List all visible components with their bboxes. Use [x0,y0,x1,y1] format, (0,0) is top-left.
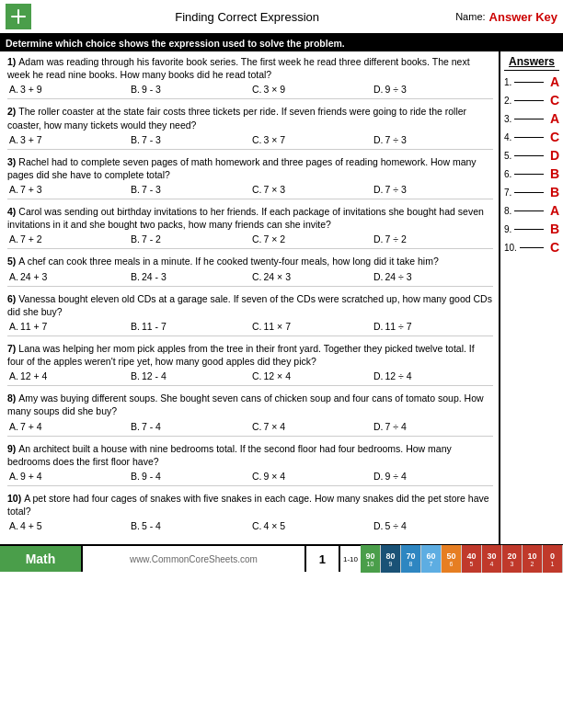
option-letter: B. [131,271,140,282]
option-item[interactable]: C.3 × 9 [250,84,372,95]
option-item[interactable]: A.12 + 4 [7,370,129,381]
option-expr: 11 ÷ 7 [385,321,412,332]
option-item[interactable]: A.9 + 4 [7,471,129,482]
option-item[interactable]: C.24 × 3 [250,271,372,282]
option-item[interactable]: A.7 + 2 [7,233,129,245]
question-block: 9)An architect built a house with nine b… [7,442,493,486]
option-item[interactable]: C.7 × 4 [250,421,372,432]
answer-row: 5.D [504,148,559,163]
option-item[interactable]: D.7 ÷ 2 [372,233,493,245]
option-item[interactable]: B.9 - 4 [129,471,250,482]
answer-num: 6. [504,169,511,179]
option-expr: 5 ÷ 4 [385,520,407,531]
option-letter: B. [131,84,140,95]
question-text: 8)Amy was buying different soups. She bo… [7,392,493,417]
option-expr: 12 × 4 [264,370,292,381]
score-percent: 10 [527,552,536,561]
score-box: 203 [502,545,523,573]
question-text: 10)A pet store had four cages of snakes … [7,492,493,518]
option-item[interactable]: B.9 - 3 [129,84,250,95]
score-percent: 60 [426,552,435,561]
option-item[interactable]: C.3 × 7 [250,134,372,145]
answer-num: 2. [504,96,511,106]
option-letter: B. [131,520,140,531]
options-row: A.24 + 3B.24 - 3C.24 × 3D.24 ÷ 3 [7,271,493,282]
option-item[interactable]: A.7 + 4 [7,421,129,432]
option-item[interactable]: C.7 × 3 [250,184,372,195]
option-item[interactable]: B.12 - 4 [129,370,250,381]
question-block: 3)Rachel had to complete seven pages of … [7,155,493,199]
option-item[interactable]: C.12 × 4 [250,370,372,381]
option-letter: A. [9,134,18,145]
options-row: A.4 + 5B.5 - 4C.4 × 5D.5 ÷ 4 [7,520,493,531]
answer-line [514,155,544,156]
option-letter: D. [373,134,384,145]
score-percent: 30 [487,552,496,561]
option-letter: A. [9,233,18,245]
option-letter: C. [252,421,262,432]
option-expr: 9 - 3 [142,84,161,95]
question-num: 10) [7,493,21,504]
option-item[interactable]: B.7 - 3 [129,184,250,195]
question-block: 8)Amy was buying different soups. She bo… [7,392,493,436]
option-item[interactable]: A.4 + 5 [7,520,129,531]
option-expr: 7 × 3 [264,184,286,195]
option-letter: C. [252,233,262,245]
score-box: 405 [462,545,482,573]
option-item[interactable]: C.11 × 7 [250,321,372,332]
option-item[interactable]: A.3 + 7 [7,134,129,145]
question-num: 1) [7,56,16,67]
score-percent: 80 [385,552,395,561]
answer-letter: C [550,93,559,108]
answer-line [514,192,544,193]
option-item[interactable]: B.5 - 4 [129,520,250,531]
option-item[interactable]: D.7 ÷ 3 [372,184,493,195]
option-item[interactable]: B.7 - 2 [129,233,250,245]
option-expr: 24 - 3 [142,271,167,282]
question-num: 6) [7,293,16,304]
option-item[interactable]: D.12 ÷ 4 [372,370,493,381]
options-row: A.3 + 7B.7 - 3C.3 × 7D.7 ÷ 3 [7,134,493,145]
option-item[interactable]: B.24 - 3 [129,271,250,282]
option-item[interactable]: C.4 × 5 [250,520,372,531]
option-letter: A. [9,184,18,195]
option-item[interactable]: A.11 + 7 [7,321,129,332]
answers-title: Answers [504,55,559,71]
option-item[interactable]: D.7 ÷ 3 [372,134,493,145]
option-item[interactable]: D.7 ÷ 4 [372,421,493,432]
option-item[interactable]: B.11 - 7 [129,321,250,332]
option-item[interactable]: B.7 - 4 [129,421,250,432]
option-item[interactable]: A.7 + 3 [7,184,129,195]
answer-letter: C [550,240,559,255]
answer-num: 10. [504,243,517,253]
score-box: 01 [543,545,563,573]
question-block: 6)Vanessa bought eleven old CDs at a gar… [7,292,493,336]
option-item[interactable]: A.24 + 3 [7,271,129,282]
option-expr: 3 + 9 [20,84,42,95]
option-item[interactable]: D.5 ÷ 4 [372,520,493,531]
option-letter: A. [9,471,18,482]
options-row: A.7 + 4B.7 - 4C.7 × 4D.7 ÷ 4 [7,421,493,432]
option-item[interactable]: D.24 ÷ 3 [372,271,493,282]
option-item[interactable]: B.7 - 3 [129,134,250,145]
option-item[interactable]: D.9 ÷ 4 [372,471,493,482]
option-expr: 4 + 5 [20,520,42,531]
option-item[interactable]: C.9 × 4 [250,471,372,482]
option-item[interactable]: D.11 ÷ 7 [372,321,493,332]
answer-letter: D [550,148,559,163]
header: Finding Correct Expression Name: Answer … [0,0,563,35]
answer-line [514,229,544,230]
option-item[interactable]: A.3 + 9 [7,84,129,95]
options-row: A.7 + 2B.7 - 2C.7 × 2D.7 ÷ 2 [7,233,493,245]
option-expr: 9 × 4 [264,471,286,482]
option-item[interactable]: D.9 ÷ 3 [372,84,493,95]
title-text: Finding Correct Expression [175,10,319,24]
answer-num: 9. [504,224,511,234]
option-item[interactable]: C.7 × 2 [250,233,372,245]
question-block: 10)A pet store had four cages of snakes … [7,492,493,535]
option-letter: B. [131,421,140,432]
option-letter: A. [9,271,18,282]
option-letter: D. [373,421,384,432]
svg-rect-1 [17,9,19,24]
answer-letter: A [550,111,559,126]
